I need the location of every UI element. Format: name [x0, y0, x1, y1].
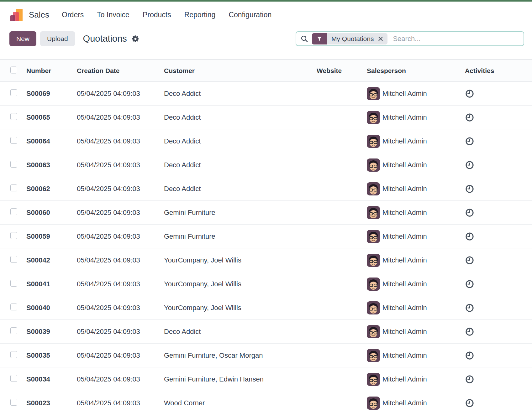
salesperson-avatar: [367, 135, 380, 148]
quotation-number[interactable]: S00040: [26, 304, 50, 312]
nav-item-products[interactable]: Products: [143, 11, 171, 19]
salesperson-avatar: [367, 397, 380, 410]
upload-button[interactable]: Upload: [40, 31, 75, 46]
table-row[interactable]: S00040 05/04/2025 04:09:03 YourCompany, …: [0, 296, 532, 320]
table-row[interactable]: S00042 05/04/2025 04:09:03 YourCompany, …: [0, 248, 532, 272]
facet-label: My Quotations: [331, 35, 374, 43]
activity-clock-icon[interactable]: [465, 351, 474, 360]
select-all-checkbox[interactable]: [10, 66, 17, 73]
activity-clock-icon[interactable]: [465, 137, 474, 146]
row-checkbox[interactable]: [10, 351, 17, 358]
search-placeholder[interactable]: Search...: [393, 35, 420, 43]
sales-app-logo-icon[interactable]: [9, 8, 24, 22]
column-header-salesperson[interactable]: Salesperson: [367, 67, 406, 75]
quotations-table: Number Creation Date Customer Website Sa…: [0, 59, 532, 410]
activity-clock-icon[interactable]: [465, 375, 474, 384]
row-checkbox[interactable]: [10, 399, 17, 406]
quotation-number[interactable]: S00060: [26, 209, 50, 217]
row-checkbox[interactable]: [10, 184, 17, 191]
search-box[interactable]: My Quotations Search...: [296, 31, 524, 46]
salesperson-avatar: [367, 325, 380, 338]
quotation-number[interactable]: S00063: [26, 161, 50, 169]
gear-icon[interactable]: [131, 35, 140, 43]
salesperson-avatar: [367, 278, 380, 291]
activity-clock-icon[interactable]: [465, 303, 474, 313]
nav-item-orders[interactable]: Orders: [62, 11, 84, 19]
table-row[interactable]: S00065 05/04/2025 04:09:03 Deco Addict M…: [0, 106, 532, 129]
activity-clock-icon[interactable]: [465, 208, 474, 217]
nav-item-to-invoice[interactable]: To Invoice: [97, 11, 129, 19]
activity-clock-icon[interactable]: [465, 113, 474, 122]
salesperson-avatar: [367, 158, 380, 172]
salesperson-avatar: [367, 230, 380, 243]
customer-name: Gemini Furniture, Edwin Hansen: [164, 375, 264, 383]
table-row[interactable]: S00060 05/04/2025 04:09:03 Gemini Furnit…: [0, 201, 532, 225]
quotation-number[interactable]: S00039: [26, 328, 50, 336]
customer-name: Deco Addict: [164, 161, 201, 169]
table-row[interactable]: S00059 05/04/2025 04:09:03 Gemini Furnit…: [0, 225, 532, 248]
activity-clock-icon[interactable]: [465, 184, 474, 194]
quotation-number[interactable]: S00035: [26, 351, 50, 360]
nav-item-reporting[interactable]: Reporting: [184, 11, 216, 19]
app-name[interactable]: Sales: [29, 10, 49, 20]
salesperson-name: Mitchell Admin: [382, 375, 427, 383]
table-row[interactable]: S00069 05/04/2025 04:09:03 Deco Addict M…: [0, 82, 532, 106]
table-row[interactable]: S00023 05/04/2025 04:09:03 Wood Corner M…: [0, 391, 532, 410]
quotation-number[interactable]: S00065: [26, 113, 50, 122]
row-checkbox[interactable]: [10, 304, 17, 310]
quotation-number[interactable]: S00042: [26, 256, 50, 264]
salesperson-name: Mitchell Admin: [382, 399, 427, 407]
new-button[interactable]: New: [9, 31, 36, 46]
table-row[interactable]: S00041 05/04/2025 04:09:03 YourCompany, …: [0, 272, 532, 296]
salesperson-avatar: [367, 87, 380, 100]
row-checkbox[interactable]: [10, 161, 17, 168]
activity-clock-icon[interactable]: [465, 279, 474, 289]
row-checkbox[interactable]: [10, 280, 17, 287]
customer-name: Gemini Furniture, Oscar Morgan: [164, 351, 263, 360]
search-facet-my-quotations[interactable]: My Quotations: [312, 33, 387, 44]
creation-date: 05/04/2025 04:09:03: [77, 375, 140, 383]
row-checkbox[interactable]: [10, 113, 17, 120]
creation-date: 05/04/2025 04:09:03: [77, 399, 140, 407]
row-checkbox[interactable]: [10, 89, 17, 96]
nav-item-configuration[interactable]: Configuration: [229, 11, 271, 19]
row-checkbox[interactable]: [10, 137, 17, 144]
table-row[interactable]: S00035 05/04/2025 04:09:03 Gemini Furnit…: [0, 344, 532, 367]
quotation-number[interactable]: S00034: [26, 375, 50, 383]
row-checkbox[interactable]: [10, 256, 17, 263]
quotation-number[interactable]: S00023: [26, 399, 50, 407]
activity-clock-icon[interactable]: [465, 89, 474, 98]
salesperson-avatar: [367, 373, 380, 386]
column-header-number[interactable]: Number: [26, 67, 51, 75]
row-checkbox[interactable]: [10, 375, 17, 382]
row-checkbox[interactable]: [10, 232, 17, 239]
row-checkbox[interactable]: [10, 327, 17, 334]
salesperson-name: Mitchell Admin: [382, 232, 427, 241]
activity-clock-icon[interactable]: [465, 398, 474, 408]
quotation-number[interactable]: S00062: [26, 185, 50, 193]
column-header-creation-date[interactable]: Creation Date: [77, 67, 120, 75]
column-header-website[interactable]: Website: [317, 67, 342, 75]
salesperson-name: Mitchell Admin: [382, 90, 427, 98]
activity-clock-icon[interactable]: [465, 256, 474, 265]
table-row[interactable]: S00039 05/04/2025 04:09:03 Deco Addict M…: [0, 320, 532, 344]
table-row[interactable]: S00063 05/04/2025 04:09:03 Deco Addict M…: [0, 153, 532, 177]
row-checkbox[interactable]: [10, 208, 17, 215]
quotation-number[interactable]: S00064: [26, 137, 50, 145]
creation-date: 05/04/2025 04:09:03: [77, 137, 140, 145]
activity-clock-icon[interactable]: [465, 327, 474, 336]
quotation-number[interactable]: S00041: [26, 280, 50, 288]
quotation-number[interactable]: S00059: [26, 232, 50, 241]
table-row[interactable]: S00034 05/04/2025 04:09:03 Gemini Furnit…: [0, 367, 532, 391]
salesperson-avatar: [367, 254, 380, 267]
table-row[interactable]: S00064 05/04/2025 04:09:03 Deco Addict M…: [0, 129, 532, 153]
close-icon[interactable]: [378, 36, 383, 41]
table-row[interactable]: S00062 05/04/2025 04:09:03 Deco Addict M…: [0, 177, 532, 201]
quotation-number[interactable]: S00069: [26, 90, 50, 98]
salesperson-name: Mitchell Admin: [382, 161, 427, 169]
activity-clock-icon[interactable]: [465, 160, 474, 170]
column-header-activities[interactable]: Activities: [465, 67, 494, 75]
activity-clock-icon[interactable]: [465, 232, 474, 241]
customer-name: Gemini Furniture: [164, 209, 215, 217]
column-header-customer[interactable]: Customer: [164, 67, 195, 75]
